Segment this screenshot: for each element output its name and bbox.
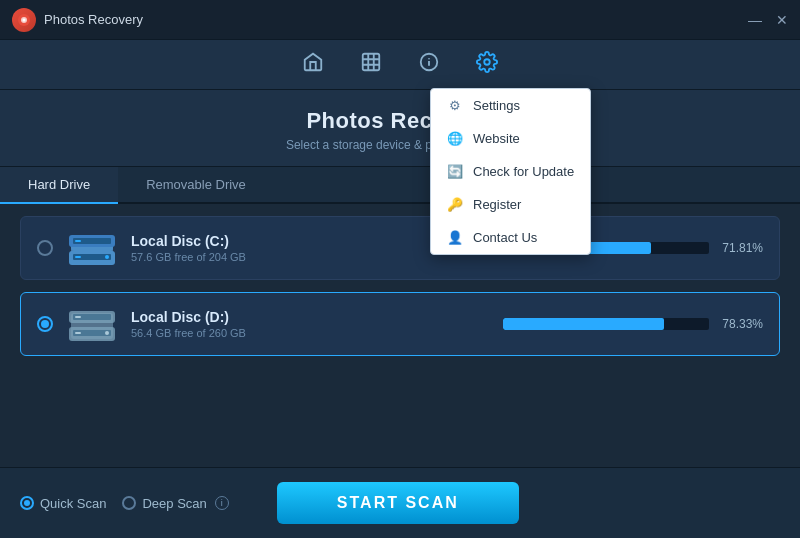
update-label: Check for Update [473, 164, 574, 179]
contact-label: Contact Us [473, 230, 537, 245]
register-label: Register [473, 197, 521, 212]
register-menu-icon: 🔑 [447, 197, 463, 212]
dropdown-item-settings[interactable]: ⚙ Settings [431, 89, 590, 122]
settings-label: Settings [473, 98, 520, 113]
dropdown-item-register[interactable]: 🔑 Register [431, 188, 590, 221]
dropdown-item-contact[interactable]: 👤 Contact Us [431, 221, 590, 254]
dropdown-item-website[interactable]: 🌐 Website [431, 122, 590, 155]
dropdown-overlay[interactable]: ⚙ Settings 🌐 Website 🔄 Check for Update … [0, 0, 800, 538]
contact-menu-icon: 👤 [447, 230, 463, 245]
website-menu-icon: 🌐 [447, 131, 463, 146]
dropdown-menu: ⚙ Settings 🌐 Website 🔄 Check for Update … [430, 88, 591, 255]
settings-menu-icon: ⚙ [447, 98, 463, 113]
dropdown-item-update[interactable]: 🔄 Check for Update [431, 155, 590, 188]
update-menu-icon: 🔄 [447, 164, 463, 179]
website-label: Website [473, 131, 520, 146]
